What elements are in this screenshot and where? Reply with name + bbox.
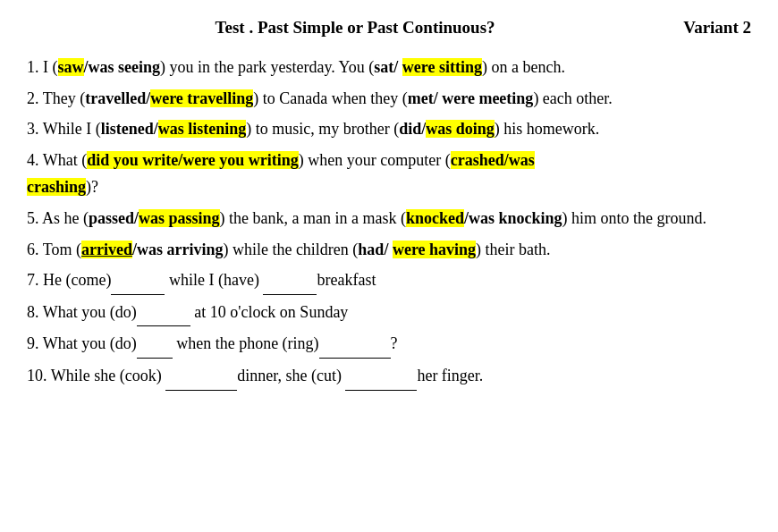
page-container: Test . Past Simple or Past Continuous? V… <box>27 18 751 391</box>
content-area: 1. I (saw/was seeing) you in the park ye… <box>27 54 751 391</box>
sentence-5: 5. As he (passed/was passing) the bank, … <box>27 205 751 232</box>
page-title: Test . Past Simple or Past Continuous? <box>27 18 683 38</box>
sentence-4: 4. What (did you write/were you writing)… <box>27 147 751 201</box>
sentence-3: 3. While I (listened/was listening) to m… <box>27 115 751 143</box>
answer-4a: did you write/were you writing <box>87 151 299 169</box>
answer-1b: were sitting <box>402 58 482 76</box>
answer-4b: crashed/was <box>451 151 535 169</box>
answer-5b: knocked <box>406 209 464 227</box>
blank-8a <box>137 299 190 327</box>
sentence-1: 1. I (saw/was seeing) you in the park ye… <box>27 54 751 81</box>
blank-10b <box>345 362 417 391</box>
blank-7b <box>263 266 317 295</box>
page-header: Test . Past Simple or Past Continuous? V… <box>27 18 751 38</box>
answer-6b: were having <box>393 241 476 258</box>
variant-label: Variant 2 <box>683 18 751 38</box>
answer-6a: arrived <box>81 241 132 258</box>
blank-10a <box>165 362 237 391</box>
sentence-8: 8. What you (do) at 10 o'clock on Sunday <box>27 299 751 327</box>
sentence-10: 10. While she (cook) dinner, she (cut) h… <box>27 362 751 391</box>
they-label: They <box>43 89 76 107</box>
his-label: his <box>503 120 522 138</box>
blank-9b <box>319 330 391 359</box>
sentence-2: 2. They (travelled/were travelling) to C… <box>27 85 751 113</box>
sentence-6: 6. Tom (arrived/was arriving) while the … <box>27 236 751 264</box>
blank-9a <box>137 330 173 359</box>
answer-1a: saw <box>58 58 84 76</box>
answer-3b: was doing <box>426 120 495 138</box>
they-label-2: they <box>370 89 398 107</box>
sentence-7: 7. He (come) while I (have) breakfast <box>27 266 751 295</box>
blank-7a <box>111 266 165 295</box>
answer-4b-cont: crashing <box>27 178 86 196</box>
while-label: While <box>43 120 82 138</box>
sentence-9: 9. What you (do) when the phone (ring) ? <box>27 330 751 359</box>
answer-2a: were travelling <box>150 89 253 107</box>
answer-3a: was listening <box>158 120 247 138</box>
answer-5a: was passing <box>139 209 220 227</box>
